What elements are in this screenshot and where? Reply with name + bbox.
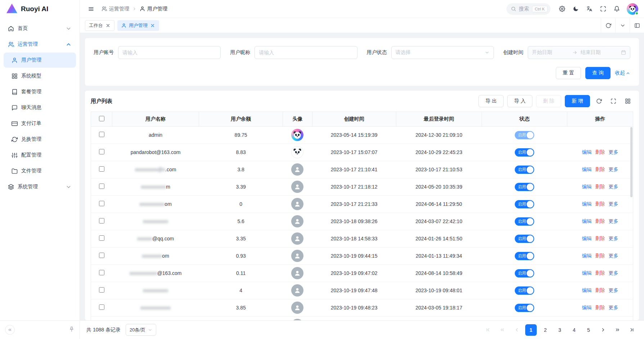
more-link[interactable]: 更多	[608, 149, 618, 155]
table-scrollbar[interactable]	[630, 127, 632, 197]
import-button[interactable]: 导 入	[507, 95, 532, 107]
more-link[interactable]: 更多	[608, 253, 618, 258]
delete-link[interactable]: 删除	[595, 305, 605, 310]
row-checkbox[interactable]	[99, 132, 104, 137]
tab-workbench[interactable]: 工作台	[85, 20, 114, 31]
delete-link[interactable]: 删除	[595, 270, 605, 276]
layout-toggle-button[interactable]	[630, 18, 644, 33]
more-link[interactable]: 更多	[608, 201, 618, 207]
delete-link[interactable]: 删除	[595, 201, 605, 207]
dark-mode-button[interactable]	[570, 3, 581, 15]
more-link[interactable]: 更多	[608, 288, 618, 293]
status-select[interactable]: 请选择	[391, 46, 494, 59]
row-checkbox[interactable]	[99, 235, 104, 241]
created-date-range[interactable]: 开始日期 结束日期	[528, 46, 630, 59]
reset-button[interactable]: 重 置	[556, 67, 581, 79]
edit-link[interactable]: 编辑	[582, 201, 591, 207]
delete-link[interactable]: 删除	[595, 218, 605, 224]
page-button-3[interactable]: 3	[554, 324, 566, 336]
row-checkbox[interactable]	[99, 270, 104, 275]
fullscreen-table-button[interactable]	[608, 96, 619, 107]
first-page-button[interactable]	[482, 324, 494, 336]
status-toggle[interactable]: 启用	[515, 200, 534, 208]
edit-link[interactable]: 编辑	[582, 253, 591, 258]
breadcrumb-item[interactable]: 运营管理	[102, 6, 129, 12]
page-button-5[interactable]: 5	[583, 324, 594, 336]
edit-link[interactable]: 编辑	[582, 167, 591, 172]
status-toggle[interactable]: 启用	[515, 252, 534, 260]
status-toggle[interactable]: 启用	[515, 286, 534, 295]
status-toggle[interactable]: 启用	[515, 217, 534, 226]
more-link[interactable]: 更多	[608, 305, 618, 310]
edit-link[interactable]: 编辑	[582, 218, 591, 224]
notifications-button[interactable]	[611, 3, 622, 15]
status-toggle[interactable]: 启用	[515, 304, 534, 312]
close-icon[interactable]	[105, 23, 111, 28]
more-link[interactable]: 更多	[608, 184, 618, 189]
user-avatar[interactable]	[627, 3, 638, 15]
prev-5-pages-button[interactable]	[496, 324, 508, 336]
sidebar-item-config-management[interactable]: 配置管理	[4, 148, 76, 163]
edit-link[interactable]: 编辑	[582, 270, 591, 276]
pin-sidebar-button[interactable]	[69, 326, 75, 333]
more-link[interactable]: 更多	[608, 236, 618, 241]
row-checkbox[interactable]	[99, 304, 104, 310]
delete-link[interactable]: 删除	[595, 288, 605, 293]
more-link[interactable]: 更多	[608, 167, 618, 172]
row-checkbox[interactable]	[99, 201, 104, 206]
sidebar-item-package-management[interactable]: 套餐管理	[4, 84, 76, 99]
refresh-list-button[interactable]	[594, 96, 604, 107]
sidebar-collapse-button[interactable]	[5, 325, 15, 335]
row-checkbox[interactable]	[99, 184, 104, 189]
export-button[interactable]: 导 出	[478, 95, 504, 107]
next-5-pages-button[interactable]	[612, 324, 623, 336]
nickname-input[interactable]	[255, 46, 357, 59]
more-link[interactable]: 更多	[608, 218, 618, 224]
status-toggle[interactable]: 启用	[515, 131, 534, 139]
more-link[interactable]: 更多	[608, 270, 618, 276]
prev-page-button[interactable]	[511, 324, 522, 336]
account-input[interactable]	[118, 46, 221, 59]
status-toggle[interactable]: 启用	[515, 235, 534, 243]
status-toggle[interactable]: 启用	[515, 183, 534, 191]
refresh-tab-button[interactable]	[601, 18, 615, 33]
global-search[interactable]: 搜索 Ctrl K	[506, 3, 551, 15]
sidebar-item-system-models[interactable]: 系统模型	[4, 68, 76, 83]
delete-link[interactable]: 删除	[595, 149, 605, 155]
close-icon[interactable]	[150, 23, 155, 28]
status-toggle[interactable]: 启用	[515, 148, 534, 157]
delete-link[interactable]: 删除	[595, 167, 605, 172]
add-button[interactable]: 新 增	[565, 95, 590, 107]
status-toggle[interactable]: 启用	[515, 166, 534, 174]
edit-link[interactable]: 编辑	[582, 149, 591, 155]
query-button[interactable]: 查 询	[585, 67, 611, 79]
select-all-checkbox[interactable]	[99, 116, 104, 121]
sidebar-item-payment-orders[interactable]: 支付订单	[4, 116, 76, 131]
page-button-1[interactable]: 1	[525, 324, 537, 336]
collapse-filter-link[interactable]: 收起	[615, 70, 630, 76]
status-toggle[interactable]: 启用	[515, 269, 534, 277]
row-checkbox[interactable]	[99, 218, 104, 223]
menu-toggle-button[interactable]	[86, 4, 96, 14]
sidebar-item-file-management[interactable]: 文件管理	[4, 163, 76, 178]
delete-link[interactable]: 删除	[595, 236, 605, 241]
sidebar-item-operations[interactable]: 运营管理	[4, 37, 76, 52]
tab-options-button[interactable]	[615, 18, 630, 33]
sidebar-item-user-management[interactable]: 用户管理	[4, 53, 76, 68]
tab-user-management[interactable]: 用户管理	[117, 20, 159, 31]
last-page-button[interactable]	[626, 324, 638, 336]
edit-link[interactable]: 编辑	[582, 184, 591, 189]
edit-link[interactable]: 编辑	[582, 236, 591, 241]
row-checkbox[interactable]	[99, 287, 104, 293]
sidebar-item-redeem-management[interactable]: 兑换管理	[4, 132, 76, 147]
settings-button[interactable]	[556, 3, 568, 15]
sidebar-item-system[interactable]: 系统管理	[4, 179, 76, 194]
row-checkbox[interactable]	[99, 149, 104, 154]
edit-link[interactable]: 编辑	[582, 305, 591, 310]
delete-link[interactable]: 删除	[595, 253, 605, 258]
delete-link[interactable]: 删除	[595, 184, 605, 189]
sidebar-item-home[interactable]: 首页	[4, 21, 76, 36]
edit-link[interactable]: 编辑	[582, 288, 591, 293]
fullscreen-button[interactable]	[597, 3, 609, 15]
row-checkbox[interactable]	[99, 166, 104, 172]
